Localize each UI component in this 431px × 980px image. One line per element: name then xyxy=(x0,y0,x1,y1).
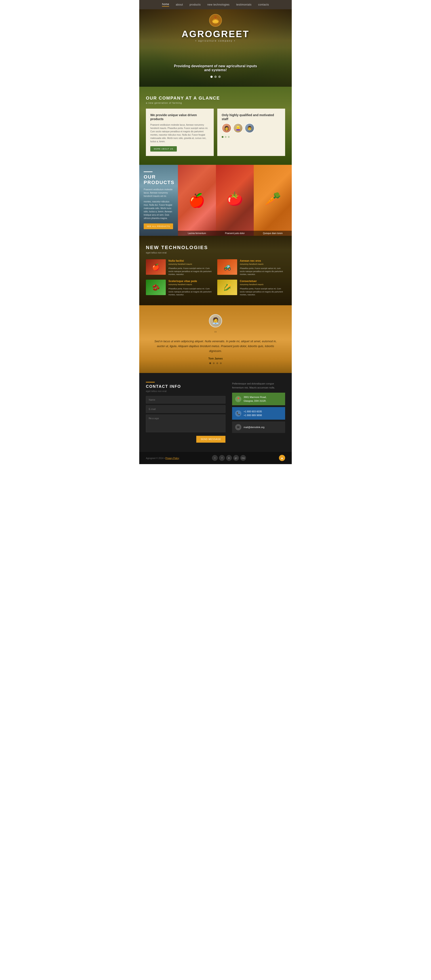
test-dots xyxy=(152,362,279,364)
tech-cat-1: nonummy hendrerit mauris xyxy=(240,263,285,266)
tech-cat-3: nonummy hendrerit mauris xyxy=(240,283,285,286)
more-about-btn[interactable]: MORE ABOUT US xyxy=(150,146,177,151)
avatar-1: 👩 xyxy=(222,123,231,133)
card1-body: Praesent vestibulum molestie lacus. Aene… xyxy=(150,123,209,143)
products-section: OURPRODUCTS Praesent vestibulum molestie… xyxy=(139,165,292,235)
nav-technologies[interactable]: new technologies xyxy=(207,3,230,6)
see-all-products-btn[interactable]: SEE ALL PRODUCTS xyxy=(144,223,173,229)
svg-point-2 xyxy=(214,16,217,19)
tech-content-3: Consectetuer nonummy hendrerit mauris Ph… xyxy=(240,280,285,296)
tech-img-tractor xyxy=(217,259,237,275)
tech-cat-0: nonummy hendrerit mauris xyxy=(168,263,214,266)
product-tomatoes[interactable]: Praesent justo dolor xyxy=(216,165,254,235)
social-google[interactable]: g+ xyxy=(233,455,239,461)
company-card-2: Only highly qualified and motivated staf… xyxy=(217,109,285,156)
tech-subheading: eget tellus non erat xyxy=(146,251,285,254)
products-images: Lacinia fermentum Praesent justo dolor Q… xyxy=(178,165,292,235)
contact-desc: Pellentesque sed doloraliquam congue fer… xyxy=(232,382,285,390)
avatar-3: 👨 xyxy=(245,123,254,133)
product-label-3: Quisque diam lorem xyxy=(254,231,292,236)
phone-text: +1 800 603 6035+1 800 889 9898 xyxy=(244,410,262,417)
contact-heading: CONTACT INFO xyxy=(146,384,225,389)
tech-heading: NEW TECHNOLOGIES xyxy=(146,245,285,250)
staff-avatars: 👩 👱‍♀️ 👨 xyxy=(222,123,281,133)
company-subheading: a new generation of farming xyxy=(146,102,285,104)
tech-body-2: Phasellus porta. Fusce suscipit varius m… xyxy=(168,287,214,296)
tech-grid: Nulla facilisi nonummy hendrerit mauris … xyxy=(146,259,285,296)
scroll-top-btn[interactable]: ▲ xyxy=(279,455,285,461)
tech-img-corn xyxy=(217,280,237,295)
products-left: OURPRODUCTS Praesent vestibulum molestie… xyxy=(139,165,178,235)
tech-title-3: Consectetuer xyxy=(240,280,285,283)
tech-body-0: Phasellus porta. Fusce suscipit varius m… xyxy=(168,267,214,276)
hero-tagline: Providing development of new agricultura… xyxy=(165,64,266,72)
nav-testimonials[interactable]: testimonials xyxy=(236,3,252,6)
product-label-2: Praesent justo dolor xyxy=(216,231,254,236)
hero-title: AGROGREET xyxy=(182,29,250,40)
tech-cat-2: nonummy hendrerit mauris xyxy=(168,283,214,286)
tech-content-2: Scelerisque vitae pede nonummy hendrerit… xyxy=(168,280,214,296)
email-icon: ✉ xyxy=(235,424,241,430)
avatar-2: 👱‍♀️ xyxy=(233,123,243,133)
hero-section: AGROGREET • agriculture company • Provid… xyxy=(139,9,292,87)
card1-title: We provide unique value driven products xyxy=(150,113,209,121)
tech-content-1: Aenean nec eros nonummy hendrerit mauris… xyxy=(240,259,285,276)
testimonial-text: Sed in lacus ut enim adipiscing aliquet.… xyxy=(152,339,279,353)
message-input[interactable] xyxy=(146,415,225,432)
company-section: OUR COMPANY AT A GLANCE a new generation… xyxy=(139,87,292,165)
white-line xyxy=(144,172,152,172)
products-body2: montes, nascetur ridiculus mus. Nulla du… xyxy=(144,200,174,220)
test-avatar: 🧑‍💼 xyxy=(209,314,222,328)
tech-title-0: Nulla facilisi xyxy=(168,259,214,262)
tech-content-0: Nulla facilisi nonummy hendrerit mauris … xyxy=(168,259,214,276)
tech-item-2: Scelerisque vitae pede nonummy hendrerit… xyxy=(146,280,214,296)
tech-item-3: Consectetuer nonummy hendrerit mauris Ph… xyxy=(217,280,285,296)
test-name: Tom James xyxy=(152,357,279,360)
nav-contacts[interactable]: contacts xyxy=(258,3,269,6)
company-card-1: We provide unique value driven products … xyxy=(146,109,214,156)
tech-item-1: Aenean nec eros nonummy hendrerit mauris… xyxy=(217,259,285,276)
social-linkedin[interactable]: in xyxy=(226,455,232,461)
social-facebook[interactable]: f xyxy=(219,455,225,461)
email-input[interactable] xyxy=(146,405,225,413)
name-input[interactable] xyxy=(146,396,225,404)
tech-title-1: Aenean nec eros xyxy=(240,259,285,262)
tech-title-2: Scelerisque vitae pede xyxy=(168,280,214,283)
tech-item-0: Nulla facilisi nonummy hendrerit mauris … xyxy=(146,259,214,276)
hero-subtitle: • agriculture company • xyxy=(195,40,236,42)
send-button[interactable]: SEND MESSAGE xyxy=(196,436,225,443)
phone-icon: 📞 xyxy=(235,410,241,417)
contact-email: ✉ mail@demolink.org xyxy=(232,422,285,433)
contact-phone: 📞 +1 800 603 6035+1 800 889 9898 xyxy=(232,407,285,420)
contact-address: 📍 3901 Marmore Road,Glasgow, D04 31GR. xyxy=(232,393,285,405)
tech-body-1: Phasellus porta. Fusce suscipit varius m… xyxy=(240,267,285,276)
footer-copy: Agrogreet © 2014 • Privacy Policy xyxy=(146,456,179,460)
product-label-1: Lacinia fermentum xyxy=(178,231,216,236)
testimonial-section: 🧑‍💼 " Sed in lacus ut enim adipiscing al… xyxy=(139,305,292,373)
products-heading: OURPRODUCTS xyxy=(144,174,174,185)
nav-products[interactable]: products xyxy=(190,3,201,6)
contact-accent-line xyxy=(146,382,155,382)
contact-subheading: eget tellus non erat xyxy=(146,390,225,393)
product-apples[interactable]: Lacinia fermentum xyxy=(178,165,216,235)
hero-logo xyxy=(209,14,222,27)
social-twitter[interactable]: t xyxy=(212,455,218,461)
contact-grid: CONTACT INFO eget tellus non erat SEND M… xyxy=(146,382,285,443)
products-body1: Praesent vestibulum molestie lacus. Aene… xyxy=(144,188,174,198)
address-text: 3901 Marmore Road,Glasgow, D04 31GR. xyxy=(244,395,266,402)
tech-section: NEW TECHNOLOGIES eget tellus non erat Nu… xyxy=(139,236,292,305)
company-heading: OUR COMPANY AT A GLANCE xyxy=(146,95,285,101)
address-icon: 📍 xyxy=(235,396,241,402)
footer-social: t f in g+ rss xyxy=(212,455,246,461)
nav-home[interactable]: home xyxy=(162,3,169,6)
social-rss[interactable]: rss xyxy=(240,455,246,461)
tech-img-apple xyxy=(146,259,166,275)
hero-dots xyxy=(211,76,220,78)
company-cards: We provide unique value driven products … xyxy=(146,109,285,156)
tech-img-beans xyxy=(146,280,166,295)
quote-mark: " xyxy=(152,329,279,337)
product-carrots[interactable]: Quisque diam lorem xyxy=(254,165,292,235)
nav-about[interactable]: about xyxy=(176,3,183,6)
privacy-link[interactable]: Privacy Policy xyxy=(165,457,179,460)
contact-section: CONTACT INFO eget tellus non erat SEND M… xyxy=(139,373,292,452)
